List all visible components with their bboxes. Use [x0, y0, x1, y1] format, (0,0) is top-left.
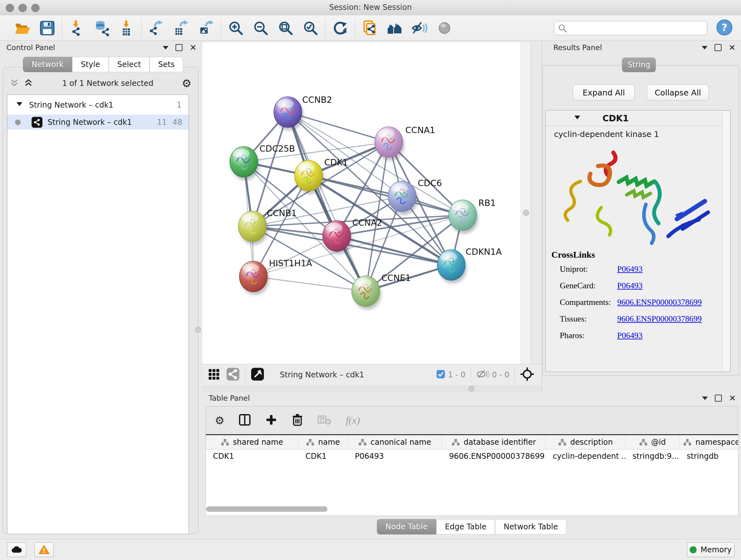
import-network-button[interactable]: [69, 20, 85, 37]
column-header-name[interactable]: name: [298, 435, 348, 449]
table-cell[interactable]: CDK1: [298, 449, 348, 463]
table-menu-caret-icon[interactable]: [702, 396, 708, 400]
collapse-all-button[interactable]: Collapse All: [647, 84, 709, 101]
results-scrollbar[interactable]: [722, 111, 730, 371]
table-cell[interactable]: cyclin-dependent ...: [546, 449, 625, 463]
hide-graphics-details-button[interactable]: [411, 20, 428, 37]
network-node-CCNA1[interactable]: CCNA1: [375, 125, 435, 161]
detach-view-icon[interactable]: [251, 367, 265, 382]
column-header-description[interactable]: description: [546, 435, 625, 449]
column-header-@id[interactable]: @id: [625, 435, 680, 449]
warning-status-button[interactable]: [35, 543, 54, 557]
table-cell[interactable]: stringdb: [680, 449, 738, 463]
network-node-CCNB1[interactable]: CCNB1: [239, 208, 297, 245]
table-close-icon[interactable]: ✕: [729, 395, 736, 401]
network-node-RB1[interactable]: RB1: [449, 198, 495, 234]
results-menu-caret-icon[interactable]: [702, 46, 708, 50]
crosslink-link[interactable]: 9606.ENSP00000378699: [617, 298, 702, 307]
function-builder-icon: f(x): [346, 415, 360, 426]
network-results-splitter-handle[interactable]: [523, 210, 529, 216]
tab-sets[interactable]: Sets: [150, 57, 184, 72]
crosslink-row: Pharos: P06493: [560, 331, 719, 340]
results-close-icon[interactable]: ✕: [729, 45, 736, 51]
gene-collapse-caret-icon[interactable]: [573, 113, 582, 123]
column-header-canonical-name[interactable]: canonical name: [348, 435, 442, 449]
import-network-database-button[interactable]: [93, 20, 110, 37]
table-hscrollbar-thumb[interactable]: [206, 506, 327, 512]
layout-refresh-button[interactable]: [332, 20, 348, 37]
tab-select[interactable]: Select: [109, 57, 150, 72]
crosslink-link[interactable]: P06493: [617, 281, 643, 291]
tab-edge-table[interactable]: Edge Table: [436, 519, 495, 535]
network-canvas[interactable]: CCNB2 CCNA1 CDC25B CDK1: [202, 42, 521, 364]
panel-close-icon[interactable]: ✕: [190, 45, 197, 51]
network-collection-row[interactable]: String Network – cdk1 1: [7, 98, 189, 112]
results-float-icon[interactable]: [715, 44, 722, 51]
vertical-splitter-handle[interactable]: [195, 327, 201, 333]
table-float-icon[interactable]: [715, 395, 722, 401]
panel-menu-caret-icon[interactable]: [163, 46, 169, 50]
network-options-gear-icon[interactable]: ⚙: [182, 78, 192, 89]
help-button[interactable]: ?: [716, 19, 733, 37]
column-header-database-identifier[interactable]: database identifier: [442, 435, 546, 449]
network-node-HIST1H1A[interactable]: HIST1H1A: [239, 258, 313, 295]
delete-column-icon[interactable]: [291, 413, 304, 428]
zoom-selected-button[interactable]: [302, 20, 319, 37]
export-image-button[interactable]: [198, 20, 214, 37]
memory-label: Memory: [700, 545, 732, 554]
tab-node-table[interactable]: Node Table: [377, 519, 436, 535]
table-cell[interactable]: CDK1: [206, 449, 298, 463]
home-networks-button[interactable]: [387, 20, 403, 37]
network-edge[interactable]: [253, 276, 366, 291]
network-node-CDC6[interactable]: CDC6: [388, 178, 442, 215]
tab-style[interactable]: Style: [72, 57, 109, 72]
network-node-CCNE1[interactable]: CCNE1: [352, 273, 411, 310]
birdseye-toggle-icon[interactable]: [520, 367, 535, 383]
network-node-CDKN1A[interactable]: CDKN1A: [437, 247, 502, 284]
create-column-icon[interactable]: [265, 414, 277, 427]
network-view-icon[interactable]: [226, 367, 240, 382]
network-node-CDC25B[interactable]: CDC25B: [230, 144, 295, 180]
network-name: String Network – cdk1: [48, 118, 132, 127]
results-tab-string[interactable]: String: [622, 57, 656, 72]
crosslink-link[interactable]: P06493: [617, 264, 643, 274]
cloud-status-button[interactable]: [7, 543, 26, 557]
collapse-all-icon[interactable]: [9, 77, 20, 89]
show-columns-icon[interactable]: [239, 414, 251, 428]
expand-all-icon[interactable]: [23, 77, 34, 89]
export-network-button[interactable]: [148, 20, 165, 37]
search-input[interactable]: [554, 21, 707, 35]
node-label: CCNA1: [405, 125, 435, 135]
table-cell[interactable]: P06493: [348, 449, 442, 463]
save-session-button[interactable]: [39, 20, 56, 37]
birdseye-view-button[interactable]: [436, 20, 453, 37]
column-header-namespace[interactable]: namespace: [680, 435, 738, 449]
table-cell[interactable]: 9606.ENSP00000378699: [442, 449, 546, 463]
table-cell[interactable]: stringdb:9...: [625, 449, 680, 463]
memory-status-dot: [690, 546, 697, 553]
network-node-CCNA2[interactable]: CCNA2: [323, 218, 382, 254]
tab-network-table[interactable]: Network Table: [495, 519, 566, 535]
memory-button[interactable]: Memory: [687, 543, 734, 557]
tree-expander-icon[interactable]: [16, 100, 23, 110]
network-node-count: 11: [157, 118, 167, 127]
network-from-selection-button[interactable]: [361, 20, 378, 37]
zoom-fit-button[interactable]: [277, 20, 294, 37]
import-table-button[interactable]: [118, 20, 135, 37]
zoom-out-button[interactable]: [253, 20, 269, 37]
selected-checkbox-icon[interactable]: [436, 369, 446, 380]
expand-all-button[interactable]: Expand All: [573, 84, 635, 101]
horizontal-splitter-handle[interactable]: [468, 386, 475, 392]
crosslink-link[interactable]: 9606.ENSP00000378699: [617, 314, 702, 324]
column-header-shared-name[interactable]: shared name: [206, 435, 298, 449]
zoom-in-button[interactable]: [227, 20, 244, 37]
open-session-button[interactable]: [14, 20, 30, 37]
network-row[interactable]: String Network – cdk1 11 48: [7, 115, 189, 130]
table-options-gear-icon[interactable]: ⚙: [215, 415, 224, 426]
network-node-CCNB2[interactable]: CCNB2: [274, 95, 332, 131]
tab-network[interactable]: Network: [23, 57, 72, 72]
crosslink-link[interactable]: P06493: [617, 331, 643, 340]
grid-view-icon[interactable]: [207, 368, 220, 382]
export-table-button[interactable]: [173, 20, 190, 37]
panel-float-icon[interactable]: [176, 44, 183, 51]
